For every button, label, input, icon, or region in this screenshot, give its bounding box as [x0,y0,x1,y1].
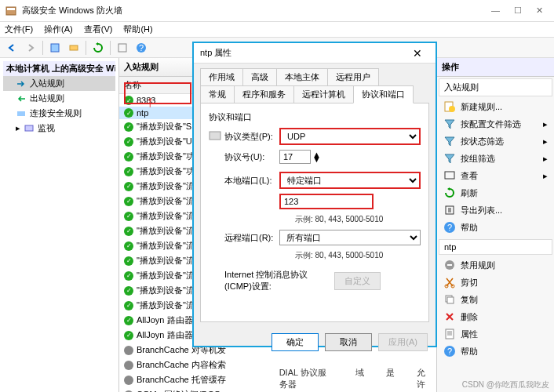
export-icon [443,204,456,216]
help-button[interactable]: ? [133,39,150,56]
forward-button[interactable] [22,39,39,56]
enabled-icon: ✓ [124,108,133,118]
tab-advanced[interactable]: 高级 [242,68,277,86]
select-local-port-type[interactable]: 特定端口 [279,172,421,189]
select-protocol-type[interactable]: UDP [279,128,421,145]
action-item[interactable]: 查看▸ [439,167,552,184]
list-bottom-row: DIAL 协议服务器 域 是 允许 [119,367,436,390]
svg-text:?: ? [447,223,452,232]
action-label: 查看 [461,170,478,182]
close-button[interactable]: ✕ [536,5,543,16]
action-item[interactable]: 复制 [439,291,552,308]
action-item[interactable]: 禁用规则 [439,256,552,274]
button-icmp-customize: 自定义 [334,272,381,290]
menu-file[interactable]: 文件(F) [5,24,33,35]
back-button[interactable] [3,39,20,56]
tree-item-outbound[interactable]: 出站规则 [3,91,115,106]
expand-icon: ▸ [16,123,20,133]
tab-general[interactable]: 常规 [200,85,235,103]
action-item[interactable]: 删除 [439,308,552,325]
tab-remote-computer[interactable]: 远程计算机 [293,85,354,103]
input-protocol-num[interactable] [279,150,311,164]
label-remote-port: 远程端口(R): [209,232,279,244]
action-label: 复制 [461,294,478,306]
button-apply[interactable]: 应用(A) [378,333,428,351]
hint-example-1: 示例: 80, 443, 5000-5010 [209,214,421,225]
monitor-icon [24,123,35,134]
maximize-button[interactable]: ☐ [514,5,522,16]
svg-rect-2 [51,44,59,52]
annotation-arrow: ↑ [146,93,154,111]
action-label: 帮助 [461,222,478,234]
menubar: 文件(F) 操作(A) 查看(V) 帮助(H) [0,22,554,38]
tab-scope[interactable]: 作用域 [200,68,243,86]
minimize-button[interactable]: — [491,5,500,16]
help-icon: ? [443,221,456,234]
select-remote-port-type[interactable]: 所有端口 [279,230,421,245]
enabled-icon: ✓ [124,96,133,105]
filter-icon [443,118,456,130]
input-local-port[interactable] [279,194,374,209]
tab-remote-user[interactable]: 远程用户 [327,68,379,86]
enabled-icon: ✓ [124,152,133,162]
svg-rect-20 [447,297,454,303]
action-item[interactable]: 按组筛选▸ [439,150,552,167]
tree-item-monitor[interactable]: ▸监视 [3,121,115,136]
action-item[interactable]: 导出列表... [439,201,552,219]
menu-action[interactable]: 操作(A) [44,24,73,35]
dialog-close-button[interactable]: ✕ [406,47,429,60]
action-item[interactable]: 属性 [439,325,552,343]
outbound-icon [16,93,27,104]
tree-item-inbound[interactable]: 入站规则 [3,76,115,91]
refresh-icon [443,187,456,199]
action-item[interactable]: ?帮助 [439,343,552,360]
inbound-icon [16,78,27,89]
tree-item-connsec[interactable]: 连接安全规则 [3,106,115,121]
action-item[interactable]: 按配置文件筛选▸ [439,115,552,132]
group-label-protocol: 协议和端口 [209,111,421,123]
filter-icon [443,152,456,165]
dialog-titlebar: ntp 属性 ✕ [194,43,436,64]
menu-view[interactable]: 查看(V) [84,24,113,35]
action-item[interactable]: 剪切 [439,274,552,291]
svg-rect-11 [445,172,454,179]
svg-rect-3 [70,45,78,50]
action-section-ntp: ntp [439,239,552,255]
chevron-right-icon: ▸ [543,171,548,181]
action-label: 按状态筛选 [461,136,504,147]
enabled-icon: ✓ [124,122,133,132]
enabled-icon: ✓ [124,182,133,191]
disable-icon [443,259,456,271]
enabled-icon: ✓ [124,137,133,147]
action-item[interactable]: ?帮助 [439,219,552,236]
menu-help[interactable]: 帮助(H) [123,24,152,35]
button-ok[interactable]: 确定 [272,333,319,351]
action-label: 禁用规则 [461,260,495,271]
spinner-icon[interactable]: ▲▼ [312,152,321,162]
chevron-right-icon: ▸ [543,119,548,129]
tool-btn-3[interactable] [114,39,131,56]
tab-protocols-ports[interactable]: 协议和端口 [353,85,414,103]
hint-example-2: 示例: 80, 443, 5000-5010 [209,250,421,261]
action-item[interactable]: 新建规则... [439,98,552,115]
filter-icon [443,135,456,147]
delete-icon [443,310,456,323]
action-item[interactable]: 刷新 [439,184,552,201]
enabled-icon: ✓ [124,167,133,176]
enabled-icon: ✓ [124,212,133,221]
tool-btn-1[interactable] [46,39,64,56]
tab-programs[interactable]: 程序和服务 [234,85,294,103]
label-protocol-type: 协议类型(P): [224,131,279,143]
app-icon [5,5,17,17]
window-titlebar: 高级安全 Windows 防火墙 — ☐ ✕ [0,0,554,22]
action-item[interactable]: 按状态筛选▸ [439,132,552,150]
button-cancel[interactable]: 取消 [325,333,372,351]
props-icon [443,328,456,340]
enabled-icon: ✓ [124,227,133,236]
tab-local-principal[interactable]: 本地主体 [276,68,328,86]
enabled-icon: ✓ [124,331,133,340]
tool-btn-2[interactable] [65,39,82,56]
refresh-button[interactable] [89,39,107,56]
enabled-icon: ✓ [124,197,133,206]
action-label: 帮助 [461,346,478,358]
